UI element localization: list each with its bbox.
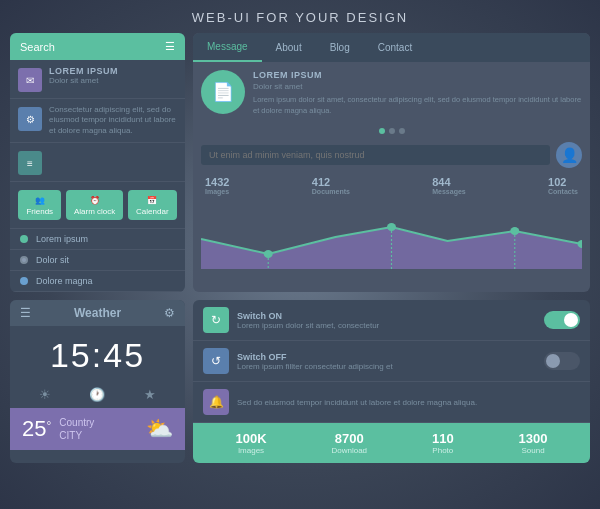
web-text-area: LOREM IPSUM Dolor sit amet Lorem ipsum d… — [253, 70, 582, 116]
item-title-1: LOREM IPSUM — [49, 66, 118, 76]
sun-icon[interactable]: ☀ — [39, 387, 51, 402]
right-bottom-panel: ↻ Switch ON Lorem ipsum dolor sit amet, … — [193, 300, 590, 463]
switch-on-label: Switch ON — [237, 311, 536, 321]
chart-labels: 1432 Images 412 Documents 844 Messages 1… — [201, 176, 582, 199]
web-content-area: 📄 LOREM IPSUM Dolor sit amet Lorem ipsum… — [193, 62, 590, 124]
alarm-button[interactable]: ⏰ Alarm clock — [66, 190, 123, 220]
stat-download: 8700 Download — [331, 431, 367, 455]
calendar-button[interactable]: 📅 Calendar — [128, 190, 176, 220]
mobile-list-item-3: ≡ — [10, 143, 185, 182]
web-content-sub: Dolor sit amet — [253, 82, 582, 91]
chart-label-1: 412 Documents — [312, 176, 350, 195]
degree-symbol: ° — [46, 419, 51, 433]
web-search-row: 👤 — [193, 138, 590, 172]
avatar: 👤 — [556, 142, 582, 168]
switch-row-2: ↺ Switch OFF Lorem ipsum fillter consect… — [193, 341, 590, 382]
weather-title: Weather — [74, 306, 121, 320]
nav-about[interactable]: About — [262, 34, 316, 61]
web-content-icon: 📄 — [201, 70, 245, 114]
mobile-search-bar: Search ☰ — [10, 33, 185, 60]
stat-images-label: Images — [235, 446, 266, 455]
switch-on-sub: Lorem ipsum dolor sit amet, consectetur — [237, 321, 536, 330]
country-label: Country — [59, 416, 94, 429]
link-label-1: Lorem ipsum — [36, 234, 88, 244]
settings-icon[interactable]: ⚙ — [164, 306, 175, 320]
alarm-icon: ⏰ — [90, 196, 100, 205]
lines-icon: ≡ — [27, 158, 33, 169]
mobile-icon-row: 👥 Friends ⏰ Alarm clock 📅 Calendar — [10, 182, 185, 229]
dot-1 — [379, 128, 385, 134]
nav-blog[interactable]: Blog — [316, 34, 364, 61]
weather-header: ☰ Weather ⚙ — [10, 300, 185, 326]
alarm-label: Alarm clock — [74, 207, 115, 216]
switch-row-1: ↻ Switch ON Lorem ipsum dolor sit amet, … — [193, 300, 590, 341]
mobile-link-3[interactable]: Dolore magna — [10, 271, 185, 292]
toggle-on-icon: ↻ — [211, 313, 221, 327]
dot-blue-icon — [20, 277, 28, 285]
star-icon[interactable]: ★ — [144, 387, 156, 402]
mobile-list-item-2: ⚙ Consectetur adipiscing elit, sed do ei… — [10, 99, 185, 143]
user-icon: 👤 — [561, 147, 578, 163]
x-icon: ✕ — [548, 356, 556, 366]
friends-icon: 👥 — [35, 196, 45, 205]
carousel-dots — [193, 124, 590, 138]
switch-info-icon-box: 🔔 — [203, 389, 229, 415]
mobile-panel: Search ☰ ✉ LOREM IPSUM Dolor sit amet ⚙ … — [10, 33, 185, 292]
stats-row: 100K Images 8700 Download 110 Photo 1300… — [193, 423, 590, 463]
line-chart — [201, 199, 582, 269]
menu-icon[interactable]: ☰ — [20, 306, 31, 320]
stat-sound: 1300 Sound — [519, 431, 548, 455]
calendar-icon: 📅 — [147, 196, 157, 205]
chart-label-3: 102 Contacts — [548, 176, 578, 195]
web-search-input[interactable] — [201, 145, 550, 165]
web-content-title: LOREM IPSUM — [253, 70, 582, 80]
dot-2 — [389, 128, 395, 134]
dot-3 — [399, 128, 405, 134]
city-label: CITY — [59, 429, 94, 442]
web-content-body: Lorem ipsum dolor sit amet, consectetur … — [253, 95, 582, 116]
mail-icon-box: ✉ — [18, 68, 42, 92]
stat-photo-value: 110 — [432, 431, 454, 446]
stat-images-value: 100K — [235, 431, 266, 446]
weather-bottom: 25° Country CITY ⛅ — [10, 408, 185, 450]
calendar-label: Calendar — [136, 207, 168, 216]
temperature-display: 25° — [22, 416, 51, 442]
item-body-1: Dolor sit amet — [49, 76, 118, 86]
info-icon: 🔔 — [209, 395, 224, 409]
switch-on-text: Switch ON Lorem ipsum dolor sit amet, co… — [237, 311, 536, 330]
toggle-off[interactable]: ✕ — [544, 352, 580, 370]
weather-icons-row: ☀ 🕐 ★ — [10, 383, 185, 408]
stat-photo-label: Photo — [432, 446, 454, 455]
clock-icon[interactable]: 🕐 — [89, 387, 105, 402]
switch-info-text: Sed do eiusmod tempor incididunt ut labo… — [237, 398, 580, 407]
temp-value: 25 — [22, 416, 46, 441]
toggle-on[interactable]: ✓ — [544, 311, 580, 329]
web-panel: Message About Blog Contact 📄 LOREM IPSUM… — [193, 33, 590, 292]
dot-gray-icon — [20, 256, 28, 264]
puzzle-icon: ⚙ — [26, 114, 35, 125]
switch-off-sub: Lorem ipsum fillter consectetur adipisci… — [237, 362, 536, 371]
hamburger-icon[interactable]: ☰ — [165, 40, 175, 53]
lines-icon-box: ≡ — [18, 151, 42, 175]
switch-info-body: Sed do eiusmod tempor incididunt ut labo… — [237, 398, 580, 407]
puzzle-icon-box: ⚙ — [18, 107, 42, 131]
chart-area: 1432 Images 412 Documents 844 Messages 1… — [193, 172, 590, 281]
page-title: WEB-UI FOR YOUR DESIGN — [192, 10, 408, 25]
mobile-list-item: ✉ LOREM IPSUM Dolor sit amet — [10, 60, 185, 99]
stat-photo: 110 Photo — [432, 431, 454, 455]
mobile-link-1[interactable]: Lorem ipsum — [10, 229, 185, 250]
item-body-2: Consectetur adipiscing elit, sed do eius… — [49, 105, 177, 136]
chart-label-2: 844 Messages — [432, 176, 465, 195]
mobile-link-2[interactable]: Dolor sit — [10, 250, 185, 271]
link-label-2: Dolor sit — [36, 255, 69, 265]
mobile-search-label: Search — [20, 41, 55, 53]
weather-panel: ☰ Weather ⚙ 15:45 ☀ 🕐 ★ 25° Country CITY… — [10, 300, 185, 463]
doc-icon: 📄 — [212, 81, 234, 103]
nav-contact[interactable]: Contact — [364, 34, 426, 61]
stat-sound-label: Sound — [519, 446, 548, 455]
friends-button[interactable]: 👥 Friends — [18, 190, 61, 220]
switch-off-label: Switch OFF — [237, 352, 536, 362]
switch-off-icon-box: ↺ — [203, 348, 229, 374]
stat-download-value: 8700 — [331, 431, 367, 446]
nav-message[interactable]: Message — [193, 33, 262, 62]
